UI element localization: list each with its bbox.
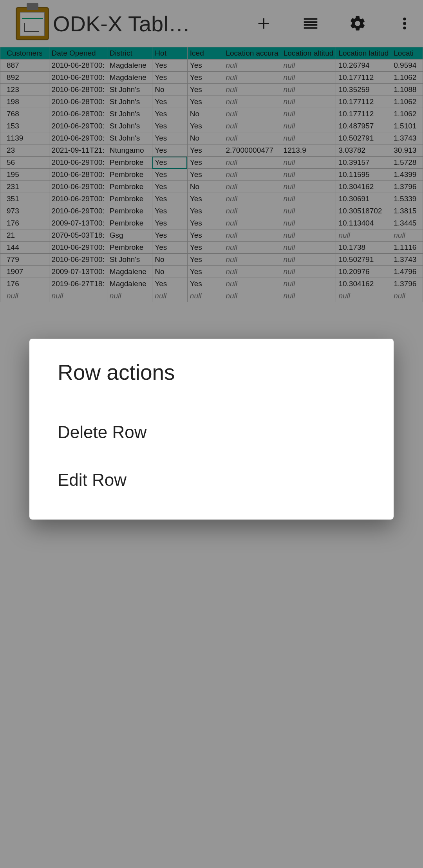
dialog-title: Row actions bbox=[58, 360, 365, 385]
modal-overlay[interactable]: Row actions Delete Row Edit Row bbox=[0, 0, 423, 868]
row-actions-dialog: Row actions Delete Row Edit Row bbox=[29, 339, 394, 520]
edit-row-action[interactable]: Edit Row bbox=[58, 456, 365, 504]
delete-row-action[interactable]: Delete Row bbox=[58, 408, 365, 456]
